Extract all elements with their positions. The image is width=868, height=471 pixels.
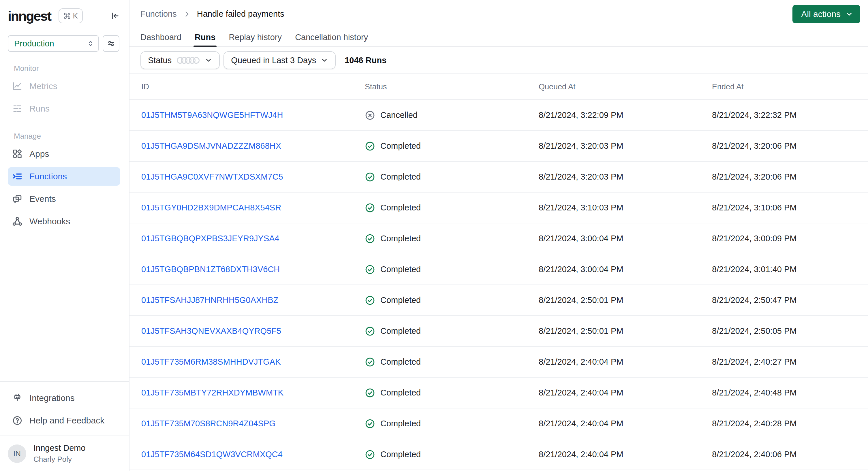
run-id-link[interactable]: 01J5TF735M64SD1QW3VCRMXQC4 <box>141 450 283 459</box>
run-id-link[interactable]: 01J5TGBQBQPXPBS3JEYR9JYSA4 <box>141 234 279 243</box>
sidebar-item-label: Help and Feedback <box>29 416 104 426</box>
environment-select[interactable]: Production <box>8 35 99 52</box>
run-status-cell: Cancelled <box>365 110 539 121</box>
collapse-sidebar-button[interactable] <box>108 9 121 22</box>
run-queued-at: 8/21/2024, 2:50:01 PM <box>539 326 712 336</box>
run-id-cell: 01J5TFSAHJJ87HNRHH5G0AXHBZ <box>141 295 365 305</box>
run-status-label: Completed <box>380 203 421 213</box>
run-id-cell: 01J5THGA9C0XVF7NWTXDSXM7C5 <box>141 172 365 182</box>
run-queued-at: 8/21/2024, 3:20:03 PM <box>539 141 712 151</box>
command-k-shortcut[interactable]: K <box>59 8 83 23</box>
logo-row: inngest K <box>8 6 121 25</box>
sidebar-item-events[interactable]: Events <box>8 190 120 208</box>
sidebar-item-label: Runs <box>29 104 50 114</box>
table-row: 01J5TFSAH3QNEVXAXB4QYRQ5F5Completed8/21/… <box>129 316 868 347</box>
table-row: 01J5THGA9C0XVF7NWTXDSXM7C5Completed8/21/… <box>129 162 868 193</box>
run-ended-at: 8/21/2024, 2:40:27 PM <box>712 357 868 367</box>
run-status-label: Completed <box>380 264 421 274</box>
run-status-label: Completed <box>380 141 421 151</box>
breadcrumb-functions-link[interactable]: Functions <box>141 9 177 19</box>
nav-section-label-manage: Manage <box>14 132 129 141</box>
run-status-label: Cancelled <box>380 111 417 120</box>
run-id-link[interactable]: 01J5TF735MBTY72RHXDYMBWMTK <box>141 388 283 397</box>
table-row: 01J5TGBQBPBN1ZT68DXTH3V6CHCompleted8/21/… <box>129 254 868 285</box>
run-ended-at: 8/21/2024, 3:20:06 PM <box>712 141 868 151</box>
sidebar-item-runs[interactable]: Runs <box>8 99 120 118</box>
sidebar-item-metrics[interactable]: Metrics <box>8 77 120 95</box>
sidebar-item-help-and-feedback[interactable]: Help and Feedback <box>8 411 120 430</box>
all-actions-button[interactable]: All actions <box>793 5 860 23</box>
sidebar-item-label: Events <box>29 194 56 204</box>
sidebar-item-label: Metrics <box>29 81 57 91</box>
table-row: 01J5TGBQBQPXPBS3JEYR9JYSA4Completed8/21/… <box>129 223 868 254</box>
run-ended-at: 8/21/2024, 3:00:09 PM <box>712 234 868 243</box>
events-icon <box>12 194 23 204</box>
run-id-link[interactable]: 01J5TFSAHJJ87HNRHH5G0AXHBZ <box>141 295 278 305</box>
run-id-link[interactable]: 01J5TFSAH3QNEVXAXB4QYRQ5F5 <box>141 326 281 336</box>
profile-subtitle: Charly Poly <box>33 455 86 464</box>
run-ended-at: 8/21/2024, 3:01:40 PM <box>712 264 868 274</box>
run-status-cell: Completed <box>365 264 539 275</box>
table-row: 01J5TF735MBTY72RHXDYMBWMTKCompleted8/21/… <box>129 378 868 408</box>
run-id-link[interactable]: 01J5TGBQBPBN1ZT68DXTH3V6CH <box>141 264 280 274</box>
run-id-link[interactable]: 01J5TF735M70S8RCN9R4Z04SPG <box>141 419 276 428</box>
run-status-label: Completed <box>380 450 421 459</box>
run-status-label: Completed <box>380 234 421 243</box>
run-id-cell: 01J5TF735M64SD1QW3VCRMXQC4 <box>141 450 365 459</box>
sidebar-item-webhooks[interactable]: Webhooks <box>8 212 120 230</box>
tab-runs[interactable]: Runs <box>195 28 216 46</box>
status-filter-button[interactable]: Status <box>141 51 220 69</box>
metrics-icon <box>12 81 23 91</box>
time-filter-label: Queued in Last 3 Days <box>231 56 316 65</box>
chevron-right-icon <box>183 10 191 18</box>
run-id-link[interactable]: 01J5THGA9C0XVF7NWTXDSXM7C5 <box>141 172 283 181</box>
run-status-cell: Completed <box>365 172 539 182</box>
all-actions-label: All actions <box>801 9 841 19</box>
sidebar-item-apps[interactable]: Apps <box>8 145 120 163</box>
environment-settings-button[interactable] <box>103 35 119 52</box>
shortcut-key-label: K <box>73 11 78 21</box>
completed-icon <box>365 202 375 213</box>
run-status-label: Completed <box>380 172 421 182</box>
column-header-id: ID <box>141 83 365 91</box>
run-id-cell: 01J5TFSAH3QNEVXAXB4QYRQ5F5 <box>141 326 365 336</box>
tab-bar: DashboardRunsReplay historyCancellation … <box>129 28 868 47</box>
time-filter-button[interactable]: Queued in Last 3 Days <box>223 51 336 69</box>
apps-icon <box>12 149 23 159</box>
tab-dashboard[interactable]: Dashboard <box>141 28 181 46</box>
run-id-cell: 01J5TGBQBQPXPBS3JEYR9JYSA4 <box>141 234 365 243</box>
run-id-link[interactable]: 01J5TF735M6RM38SMHHDVJTGAK <box>141 357 281 366</box>
run-status-cell: Completed <box>365 141 539 151</box>
sidebar: inngest K Production <box>0 0 129 471</box>
sidebar-item-integrations[interactable]: Integrations <box>8 389 120 407</box>
status-dots-icon <box>177 57 199 64</box>
run-ended-at: 8/21/2024, 2:50:05 PM <box>712 326 868 336</box>
run-queued-at: 8/21/2024, 3:00:04 PM <box>539 264 712 274</box>
table-row: 01J5TGY0HD2BX9DMPCAH8X54SRCompleted8/21/… <box>129 193 868 223</box>
nav-section-label-monitor: Monitor <box>14 64 129 73</box>
run-id-link[interactable]: 01J5TGY0HD2BX9DMPCAH8X54SR <box>141 203 281 212</box>
tab-cancellation-history[interactable]: Cancellation history <box>295 28 368 46</box>
completed-icon <box>365 449 375 460</box>
run-ended-at: 8/21/2024, 2:50:47 PM <box>712 295 868 305</box>
run-queued-at: 8/21/2024, 2:40:04 PM <box>539 357 712 367</box>
run-queued-at: 8/21/2024, 3:00:04 PM <box>539 234 712 243</box>
run-queued-at: 8/21/2024, 3:20:03 PM <box>539 172 712 182</box>
completed-icon <box>365 326 375 336</box>
run-id-link[interactable]: 01J5THM5T9A63NQWGE5HFTWJ4H <box>141 111 283 120</box>
sidebar-item-functions[interactable]: Functions <box>8 167 120 186</box>
completed-icon <box>365 295 375 306</box>
profile-section[interactable]: IN Inngest Demo Charly Poly <box>0 436 129 471</box>
integrations-icon <box>12 393 23 403</box>
run-id-link[interactable]: 01J5THGA9DSMJVNADZZZM868HX <box>141 141 281 151</box>
completed-icon <box>365 264 375 275</box>
tab-replay-history[interactable]: Replay history <box>229 28 282 46</box>
runs-icon <box>12 103 23 114</box>
completed-icon <box>365 141 375 151</box>
help-icon <box>12 415 23 426</box>
collapse-sidebar-icon <box>110 11 120 21</box>
run-queued-at: 8/21/2024, 2:50:01 PM <box>539 295 712 305</box>
run-id-cell: 01J5TF735M6RM38SMHHDVJTGAK <box>141 357 365 367</box>
run-status-cell: Completed <box>365 418 539 429</box>
environment-label: Production <box>14 39 54 49</box>
